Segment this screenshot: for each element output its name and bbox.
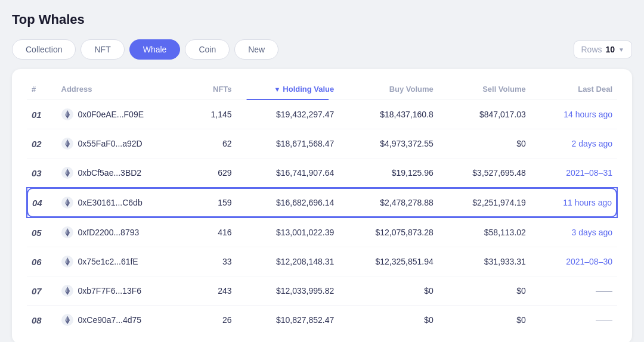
table-row[interactable]: 02 0x55FaF0...a92D62$18,671,568.47$4,973… [27, 129, 617, 158]
rank-value: 06 [32, 257, 42, 267]
cell-address: 0x75e1c2...61fE [57, 247, 192, 276]
cell-last-deal: 2021–08–31 [531, 158, 617, 188]
address-value: 0xb7F7F6...13F6 [78, 286, 142, 296]
cell-last-deal: —— [531, 276, 617, 306]
cell-rank: 01 [27, 100, 57, 129]
address-value: 0x55FaF0...a92D [78, 139, 143, 148]
tab-whale[interactable]: Whale [129, 39, 181, 60]
col-holding-value[interactable]: ▼Holding Value [237, 79, 339, 100]
cell-nfts: 62 [192, 129, 237, 158]
cell-address: 0xfD2200...8793 [57, 217, 192, 247]
ethereum-icon [61, 285, 73, 297]
rank-value: 07 [32, 286, 42, 296]
col-buy-volume: Buy Volume [339, 79, 438, 100]
cell-buy-volume: $0 [339, 306, 438, 335]
cell-sell-volume: $58,113.02 [438, 217, 531, 247]
page-title: Top Whales [12, 12, 632, 27]
cell-address: 0x0F0eAE...F09E [57, 100, 192, 129]
cell-sell-volume: $2,251,974.19 [438, 188, 531, 217]
cell-rank: 07 [27, 276, 57, 306]
cell-holding-value: $16,682,696.14 [237, 188, 339, 217]
col-last-deal: Last Deal [531, 79, 617, 100]
table-row[interactable]: 08 0xCe90a7...4d7526$10,827,852.47$0$0—— [27, 306, 617, 335]
col-address: Address [57, 79, 192, 100]
rank-value: 01 [32, 110, 42, 120]
cell-buy-volume: $18,437,160.8 [339, 100, 438, 129]
address-value: 0x0F0eAE...F09E [78, 110, 144, 119]
ethereum-icon [61, 197, 73, 209]
col-rank: # [27, 79, 57, 100]
ethereum-icon [61, 108, 73, 120]
table-card: # Address NFTs ▼Holding Value Buy Volume… [12, 69, 632, 342]
cell-sell-volume: $0 [438, 129, 531, 158]
ethereum-icon [61, 167, 73, 179]
cell-address: 0xE30161...C6db [57, 188, 192, 217]
cell-sell-volume: $0 [438, 306, 531, 335]
table-row[interactable]: 01 0x0F0eAE...F09E1,145$19,432,297.47$18… [27, 100, 617, 129]
cell-buy-volume: $19,125.96 [339, 158, 438, 188]
cell-last-deal: 3 days ago [531, 217, 617, 247]
tab-new[interactable]: New [234, 39, 278, 60]
tab-coin[interactable]: Coin [185, 39, 230, 60]
cell-holding-value: $12,208,148.31 [237, 247, 339, 276]
table-row[interactable]: 06 0x75e1c2...61fE33$12,208,148.31$12,32… [27, 247, 617, 276]
col-sell-volume: Sell Volume [438, 79, 531, 100]
ethereum-icon [61, 226, 73, 238]
rows-control[interactable]: Rows 10 ▼ [574, 41, 633, 58]
cell-nfts: 33 [192, 247, 237, 276]
address-value: 0xfD2200...8793 [78, 228, 140, 237]
toolbar: Collection NFT Whale Coin New Rows 10 ▼ [12, 39, 632, 60]
cell-nfts: 416 [192, 217, 237, 247]
cell-sell-volume: $31,933.31 [438, 247, 531, 276]
tab-collection[interactable]: Collection [12, 39, 76, 60]
col-nfts: NFTs [192, 79, 237, 100]
rank-value: 04 [32, 198, 42, 208]
table-row[interactable]: 07 0xb7F7F6...13F6243$12,033,995.82$0$0—… [27, 276, 617, 306]
tab-nft[interactable]: NFT [80, 39, 124, 60]
sort-arrow-icon: ▼ [274, 86, 280, 93]
cell-buy-volume: $4,973,372.55 [339, 129, 438, 158]
rank-value: 03 [32, 168, 42, 178]
cell-buy-volume: $12,325,851.94 [339, 247, 438, 276]
cell-holding-value: $12,033,995.82 [237, 276, 339, 306]
cell-sell-volume: $0 [438, 276, 531, 306]
cell-last-deal: —— [531, 306, 617, 335]
rank-value: 05 [32, 228, 42, 238]
cell-sell-volume: $847,017.03 [438, 100, 531, 129]
cell-rank: 03 [27, 158, 57, 188]
cell-last-deal: 11 hours ago [531, 188, 617, 217]
cell-buy-volume: $2,478,278.88 [339, 188, 438, 217]
cell-buy-volume: $12,075,873.28 [339, 217, 438, 247]
cell-nfts: 159 [192, 188, 237, 217]
address-value: 0xCe90a7...4d75 [78, 315, 142, 325]
cell-address: 0x55FaF0...a92D [57, 129, 192, 158]
cell-rank: 04 [27, 188, 57, 217]
cell-nfts: 629 [192, 158, 237, 188]
address-value: 0x75e1c2...61fE [78, 257, 138, 266]
table-row[interactable]: 04 0xE30161...C6db159$16,682,696.14$2,47… [27, 188, 617, 217]
cell-last-deal: 2021–08–30 [531, 247, 617, 276]
table-header-row: # Address NFTs ▼Holding Value Buy Volume… [27, 79, 617, 100]
cell-address: 0xCe90a7...4d75 [57, 306, 192, 335]
cell-rank: 08 [27, 306, 57, 335]
cell-buy-volume: $0 [339, 276, 438, 306]
cell-last-deal: 2 days ago [531, 129, 617, 158]
tab-group: Collection NFT Whale Coin New [12, 39, 278, 60]
rank-value: 08 [32, 315, 42, 325]
cell-nfts: 26 [192, 306, 237, 335]
ethereum-icon [61, 314, 73, 326]
cell-nfts: 1,145 [192, 100, 237, 129]
table-row[interactable]: 05 0xfD2200...8793416$13,001,022.39$12,0… [27, 217, 617, 247]
ethereum-icon [61, 138, 73, 150]
cell-address: 0xb7F7F6...13F6 [57, 276, 192, 306]
address-value: 0xbCf5ae...3BD2 [78, 168, 142, 178]
table-row[interactable]: 03 0xbCf5ae...3BD2629$16,741,907.64$19,1… [27, 158, 617, 188]
rows-label: Rows [581, 45, 602, 54]
cell-sell-volume: $3,527,695.48 [438, 158, 531, 188]
cell-rank: 02 [27, 129, 57, 158]
rank-value: 02 [32, 139, 42, 149]
cell-last-deal: 14 hours ago [531, 100, 617, 129]
cell-rank: 06 [27, 247, 57, 276]
cell-nfts: 243 [192, 276, 237, 306]
cell-holding-value: $18,671,568.47 [237, 129, 339, 158]
